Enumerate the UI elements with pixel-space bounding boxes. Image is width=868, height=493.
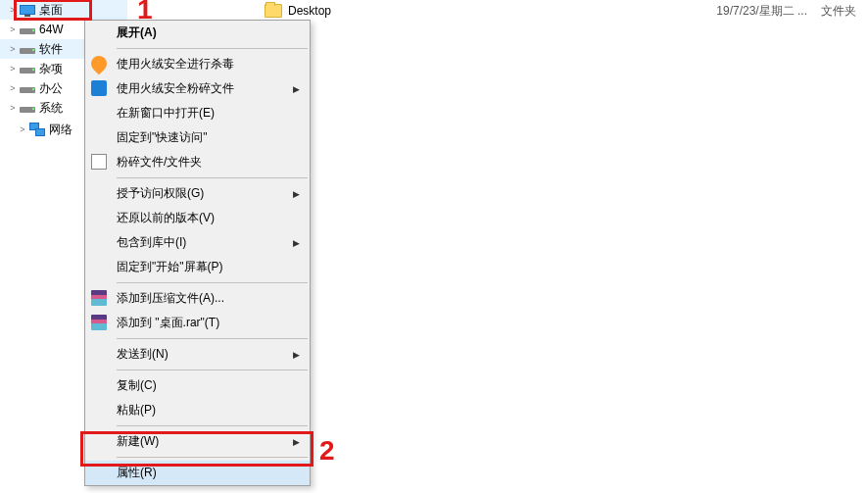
drive-icon (20, 87, 35, 93)
folder-name: Desktop (288, 4, 331, 18)
menu-item-label: 授予访问权限(G) (117, 185, 204, 202)
submenu-arrow-icon: ▶ (293, 84, 300, 94)
menu-item[interactable]: 固定到"快速访问" (85, 125, 310, 150)
menu-separator (117, 457, 308, 458)
menu-item[interactable]: 使用火绒安全粉碎文件▶ (85, 76, 310, 101)
drive-icon (20, 68, 35, 74)
menu-item[interactable]: 授予访问权限(G)▶ (85, 181, 310, 206)
file-type: 文件夹 (821, 3, 856, 20)
menu-separator (117, 48, 308, 49)
rar-icon (91, 290, 107, 306)
menu-item[interactable]: 展开(A) (85, 21, 310, 45)
submenu-arrow-icon: ▶ (293, 437, 300, 447)
menu-item-label: 添加到压缩文件(A)... (117, 290, 224, 307)
context-menu: 展开(A)使用火绒安全进行杀毒使用火绒安全粉碎文件▶在新窗口中打开(E)固定到"… (84, 20, 311, 486)
annotation-label-1: 1 (137, 0, 153, 25)
menu-item[interactable]: 粘贴(P) (85, 398, 310, 422)
tree-item-label: 64W (39, 23, 64, 36)
drive-icon (20, 28, 35, 34)
menu-item[interactable]: 还原以前的版本(V) (85, 206, 310, 230)
file-date: 19/7/23/星期二 ... (716, 3, 807, 20)
menu-separator (117, 425, 308, 426)
network-icon (29, 123, 45, 136)
tree-item-0[interactable]: >桌面 (0, 0, 127, 20)
tree-item-label: 办公 (39, 80, 63, 97)
flame-icon (88, 53, 111, 75)
tree-item-label: 系统 (39, 100, 63, 117)
menu-item-label: 使用火绒安全粉碎文件 (117, 80, 234, 97)
annotation-label-2: 2 (319, 435, 335, 467)
menu-item[interactable]: 新建(W)▶ (85, 429, 310, 454)
chevron-right-icon[interactable]: > (8, 103, 18, 113)
menu-item-label: 添加到 "桌面.rar"(T) (117, 315, 219, 331)
menu-item-label: 发送到(N) (117, 346, 169, 363)
menu-item[interactable]: 包含到库中(I)▶ (85, 230, 310, 255)
menu-item[interactable]: 添加到 "桌面.rar"(T) (85, 311, 310, 335)
menu-item-label: 固定到"快速访问" (117, 129, 208, 146)
menu-item-label: 固定到"开始"屏幕(P) (117, 259, 223, 275)
chevron-right-icon[interactable]: > (18, 124, 27, 134)
drive-icon (20, 48, 35, 54)
menu-item-label: 新建(W) (117, 433, 159, 450)
menu-item-label: 还原以前的版本(V) (117, 210, 215, 226)
menu-item-label: 属性(R) (117, 465, 157, 481)
menu-separator (117, 282, 308, 283)
menu-item[interactable]: 属性(R) (85, 461, 310, 485)
menu-item[interactable]: 添加到压缩文件(A)... (85, 286, 310, 311)
file-list-row[interactable]: Desktop 19/7/23/星期二 ... 文件夹 (265, 0, 868, 22)
chevron-right-icon[interactable]: > (8, 83, 18, 93)
tree-item-label: 桌面 (39, 2, 63, 19)
drive-icon (20, 107, 35, 113)
tree-item-label: 网络 (49, 122, 72, 138)
tree-item-label: 杂项 (39, 61, 63, 77)
tree-item-label: 软件 (39, 41, 63, 58)
menu-item-label: 在新窗口中打开(E) (117, 105, 215, 122)
menu-item[interactable]: 使用火绒安全进行杀毒 (85, 52, 310, 76)
chevron-right-icon[interactable]: > (8, 5, 18, 15)
menu-item[interactable]: 复制(C) (85, 373, 310, 398)
menu-item[interactable]: 粉碎文件/文件夹 (85, 150, 310, 174)
submenu-arrow-icon: ▶ (293, 189, 300, 199)
submenu-arrow-icon: ▶ (293, 350, 300, 360)
menu-item[interactable]: 固定到"开始"屏幕(P) (85, 255, 310, 279)
shreddoc-icon (91, 154, 107, 170)
menu-item-label: 粉碎文件/文件夹 (117, 154, 202, 171)
submenu-arrow-icon: ▶ (293, 238, 300, 248)
menu-item-label: 展开(A) (117, 25, 157, 41)
rar-icon (91, 315, 107, 330)
menu-separator (117, 177, 308, 178)
menu-item-label: 使用火绒安全进行杀毒 (117, 56, 234, 73)
menu-item-label: 复制(C) (117, 377, 157, 394)
menu-item-label: 包含到库中(I) (117, 234, 186, 251)
chevron-right-icon[interactable]: > (8, 44, 18, 54)
menu-separator (117, 338, 308, 339)
chevron-right-icon[interactable]: > (8, 64, 18, 74)
menu-item-label: 粘贴(P) (117, 402, 156, 419)
chevron-right-icon[interactable]: > (8, 25, 18, 34)
menu-item[interactable]: 发送到(N)▶ (85, 342, 310, 367)
menu-item[interactable]: 在新窗口中打开(E) (85, 101, 310, 125)
shred-icon (91, 80, 107, 96)
monitor-icon (20, 5, 35, 15)
folder-icon (265, 4, 282, 18)
menu-separator (117, 370, 308, 370)
